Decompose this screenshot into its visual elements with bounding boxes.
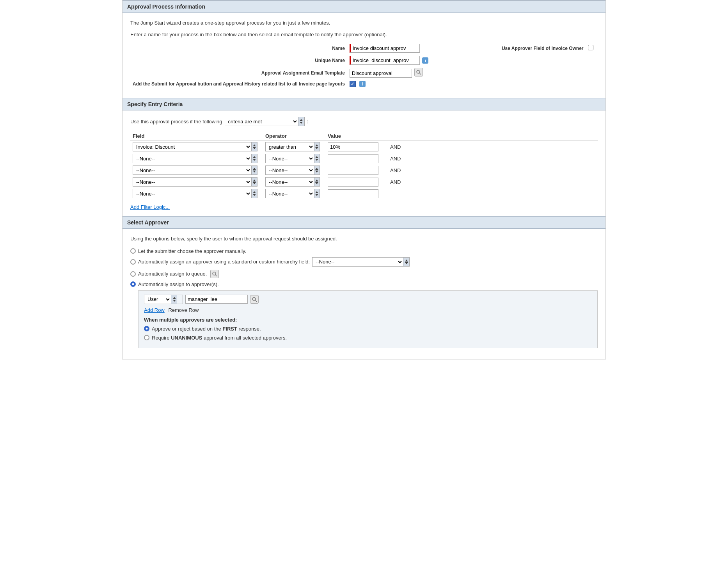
email-template-search-icon[interactable] [414,68,423,76]
criteria-op-cell-3: --None-- [263,176,325,188]
field-select-wrapper-0: Invoice: Discount [133,142,257,151]
criteria-select-wrapper: criteria are met formula evaluates to tr… [225,117,305,126]
approver-search-icon[interactable] [250,295,259,304]
approver-option-2: Automatically assign an approver using a… [130,257,598,267]
criteria-row-2: --None----None--AND [130,164,598,176]
add-filter-logic-container: Add Filter Logic... [130,204,598,210]
criteria-table: Field Operator Value Invoice: Discountgr… [130,132,598,199]
criteria-and-cell-0: AND [388,141,598,153]
description1: The Jump Start wizard creates a one-step… [130,19,598,27]
radio-opt2[interactable] [130,259,136,265]
unique-name-info-icon[interactable]: i [422,57,428,64]
field-select-0[interactable]: Invoice: Discount [133,142,251,151]
unique-name-input[interactable] [350,56,420,65]
page-layouts-row: Add the Submit for Approval button and A… [130,79,598,89]
criteria-field-cell-1: --None-- [130,153,263,164]
criteria-select[interactable]: criteria are met formula evaluates to tr… [225,117,298,126]
op-spinner-3[interactable] [314,178,320,186]
field-arrow-up-4 [253,191,256,193]
field-spinner-3[interactable] [251,178,257,186]
radio-multiple-opt1[interactable] [144,326,149,331]
criteria-and-cell-2: AND [388,164,598,176]
name-input[interactable] [350,44,420,53]
op-arrow-up-3 [315,180,318,181]
svg-point-2 [213,272,216,275]
add-row-link[interactable]: Add Row [144,307,165,313]
section-header-approval: Approval Process Information [123,0,605,13]
radio-opt3[interactable] [130,271,136,277]
op-spinner-4[interactable] [314,189,320,198]
email-template-input[interactable] [350,69,412,78]
description2: Enter a name for your process in the box… [130,31,598,39]
user-type-arrow-up [173,297,176,299]
criteria-and-cell-4 [388,188,598,199]
email-template-row: Approval Assignment Email Template [130,66,598,79]
field-select-3[interactable]: --None-- [133,178,251,186]
approver-field-label-cell: Use Approver Field of Invoice Owner [469,42,586,54]
page-layouts-info-icon[interactable]: i [359,81,366,87]
section-title-approver: Select Approver [127,219,169,226]
field-select-1[interactable]: --None-- [133,154,251,163]
multiple-approvers-label: When multiple approvers are selected: [144,317,237,323]
criteria-val-input-4[interactable] [328,189,378,198]
svg-line-1 [419,73,421,75]
field-arrow-up-1 [253,156,256,158]
svg-point-0 [417,70,420,73]
op-spinner-1[interactable] [314,154,320,163]
approver-box: User Group Queue [138,290,598,348]
field-arrow-up-2 [253,168,256,170]
criteria-and-cell-1: AND [388,153,598,164]
field-spinner-4[interactable] [251,189,257,198]
label-multiple-opt2: Require UNANIMOUS approval from all sele… [152,335,287,341]
col-and [388,132,598,141]
op-spinner-2[interactable] [314,166,320,174]
approver-body: Using the options below, specify the use… [123,229,605,359]
criteria-val-input-0[interactable] [328,142,378,151]
criteria-val-input-1[interactable] [328,154,378,163]
page-layouts-label: Add the Submit for Approval button and A… [130,79,347,89]
op-select-wrapper-3: --None-- [265,177,320,187]
field-select-4[interactable]: --None-- [133,189,251,198]
criteria-val-input-2[interactable] [328,166,378,175]
field-arrow-down-3 [253,182,256,184]
op-select-2[interactable]: --None-- [266,166,314,174]
op-select-0[interactable]: greater than [266,142,314,151]
field-spinner-2[interactable] [251,166,257,174]
approver-field-checkbox[interactable] [588,45,593,50]
label-multiple-opt1: Approve or reject based on the FIRST res… [152,326,261,332]
criteria-val-input-3[interactable] [328,178,378,187]
approver-option-1: Let the submitter choose the approver ma… [130,248,598,254]
queue-search-icon[interactable] [210,270,219,278]
add-remove-row: Add Row Remove Row [144,307,592,313]
field-arrow-up-3 [253,180,256,181]
op-select-1[interactable]: --None-- [266,154,314,163]
col-operator: Operator [263,132,325,141]
section-header-approver: Select Approver [123,216,605,229]
op-select-4[interactable]: --None-- [266,189,314,198]
label-opt1[interactable]: Let the submitter choose the approver ma… [138,248,246,254]
field-select-2[interactable]: --None-- [133,166,251,174]
svg-point-4 [252,297,256,301]
section-title-approval: Approval Process Information [127,4,205,10]
radio-opt4[interactable] [130,281,136,287]
field-arrow-up-0 [253,144,256,146]
hierarchy-select[interactable]: --None-- [313,258,403,266]
radio-multiple-opt2[interactable] [144,335,149,340]
label-opt4: Automatically assign to approver(s). [138,281,219,287]
criteria-field-cell-4: --None-- [130,188,263,199]
criteria-spinner[interactable] [298,117,304,126]
approver-value-input[interactable] [185,295,248,304]
field-spinner-0[interactable] [251,142,257,151]
hierarchy-spinner[interactable] [403,258,409,266]
field-spinner-1[interactable] [251,154,257,163]
approver-field-label: Use Approver Field of Invoice Owner [502,46,584,51]
page-layouts-checkbox[interactable] [350,81,356,87]
name-input-cell [347,42,446,54]
op-spinner-0[interactable] [314,142,320,151]
user-type-spinner[interactable] [171,295,177,304]
op-select-3[interactable]: --None-- [266,178,314,186]
user-type-select[interactable]: User Group Queue [144,295,171,304]
radio-opt1[interactable] [130,248,136,254]
add-filter-logic-link[interactable]: Add Filter Logic... [130,204,170,210]
criteria-field-cell-3: --None-- [130,176,263,188]
